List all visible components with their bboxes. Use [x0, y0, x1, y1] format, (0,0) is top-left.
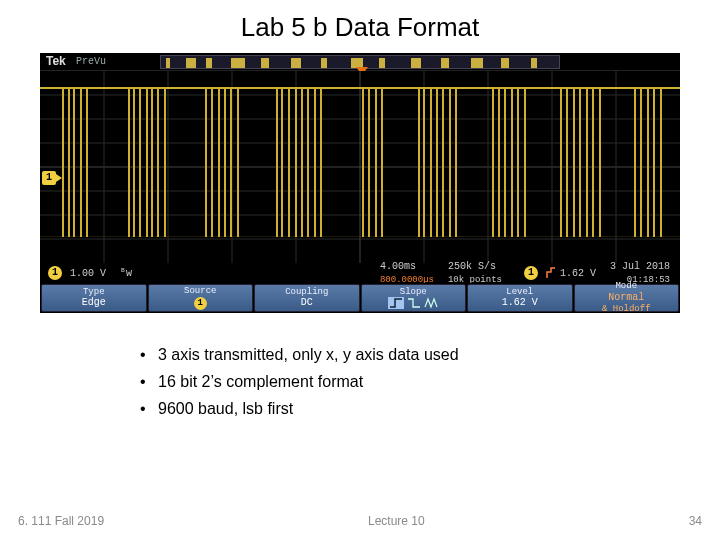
svg-rect-38 [295, 87, 297, 237]
list-item: •9600 baud, lsb first [140, 395, 720, 422]
readout-samplerate: 250k S/s [448, 262, 496, 272]
scope-brand: Tek [46, 54, 66, 68]
menu-value: 1.62 V [502, 297, 538, 309]
either-edge-icon [424, 297, 438, 309]
svg-rect-55 [498, 87, 500, 237]
svg-rect-24 [139, 87, 141, 237]
svg-rect-19 [73, 87, 75, 237]
svg-rect-26 [151, 87, 153, 237]
scope-mode: PreVu [76, 56, 106, 67]
svg-rect-34 [237, 87, 239, 237]
page-title: Lab 5 b Data Format [0, 0, 720, 53]
svg-rect-25 [146, 87, 148, 237]
falling-edge-icon [407, 297, 421, 309]
scope-waveform-area: 1 [40, 71, 680, 263]
channel-badge: 1 [48, 266, 62, 280]
oscilloscope-screenshot: Tek PreVu [40, 53, 680, 313]
menu-label: Level [506, 287, 533, 298]
menu-label: Slope [400, 287, 427, 298]
menu-label: Coupling [285, 287, 328, 298]
svg-rect-31 [218, 87, 220, 237]
bullet-list: •3 axis transmitted, only x, y axis data… [140, 341, 720, 423]
scope-menu-row: Type Edge Source 1 Coupling DC Slope Lev… [40, 283, 680, 313]
bullet-text: 16 bit 2’s complement format [158, 368, 363, 395]
svg-rect-37 [288, 87, 290, 237]
scope-readout-row: 1 1.00 V ᴮw 4.00ms 800.0000µs 250k S/s 1… [40, 263, 680, 283]
svg-rect-63 [579, 87, 581, 237]
svg-rect-65 [592, 87, 594, 237]
svg-rect-61 [566, 87, 568, 237]
svg-rect-45 [375, 87, 377, 237]
svg-rect-70 [653, 87, 655, 237]
svg-rect-57 [511, 87, 513, 237]
svg-rect-51 [442, 87, 444, 237]
rising-edge-icon [388, 297, 404, 309]
ground-arrow-icon [56, 174, 62, 182]
footer-center: Lecture 10 [368, 514, 425, 528]
menu-coupling[interactable]: Coupling DC [254, 284, 360, 312]
svg-rect-33 [230, 87, 232, 237]
menu-label: Type [83, 287, 105, 298]
list-item: •16 bit 2’s complement format [140, 368, 720, 395]
slope-icons [388, 297, 438, 309]
footer-right: 34 [689, 514, 702, 528]
svg-rect-62 [573, 87, 575, 237]
svg-rect-71 [660, 87, 662, 237]
svg-rect-16 [40, 87, 680, 89]
scope-grid [40, 71, 680, 263]
svg-rect-72 [40, 236, 680, 237]
svg-rect-22 [128, 87, 130, 237]
svg-rect-35 [276, 87, 278, 237]
svg-rect-41 [314, 87, 316, 237]
svg-rect-47 [418, 87, 420, 237]
slide-footer: 6. 111 Fall 2019 Lecture 10 34 [0, 514, 720, 528]
rising-edge-icon [546, 267, 556, 279]
readout-triglevel: 1.62 V [560, 268, 596, 279]
readout-bw: ᴮw [120, 267, 132, 279]
menu-source-badge: 1 [194, 297, 207, 310]
menu-value-2: & Holdoff [602, 304, 651, 315]
svg-rect-40 [307, 87, 309, 237]
svg-rect-49 [430, 87, 432, 237]
svg-rect-28 [164, 87, 166, 237]
svg-rect-18 [68, 87, 70, 237]
svg-rect-54 [492, 87, 494, 237]
menu-label: Source [184, 286, 216, 297]
svg-rect-39 [301, 87, 303, 237]
svg-rect-60 [560, 87, 562, 237]
menu-mode[interactable]: Mode Normal & Holdoff [574, 284, 680, 312]
svg-rect-64 [586, 87, 588, 237]
menu-slope[interactable]: Slope [361, 284, 467, 312]
bullet-text: 3 axis transmitted, only x, y axis data … [158, 341, 459, 368]
svg-rect-23 [133, 87, 135, 237]
svg-rect-20 [80, 87, 82, 237]
readout-date: 3 Jul 2018 [610, 262, 670, 272]
svg-rect-48 [423, 87, 425, 237]
menu-value: Edge [82, 297, 106, 309]
svg-rect-52 [449, 87, 451, 237]
bullet-text: 9600 baud, lsb first [158, 395, 293, 422]
svg-rect-46 [381, 87, 383, 237]
svg-rect-53 [455, 87, 457, 237]
menu-level[interactable]: Level 1.62 V [467, 284, 573, 312]
svg-rect-29 [205, 87, 207, 237]
trigger-channel-badge: 1 [524, 266, 538, 280]
svg-rect-44 [368, 87, 370, 237]
svg-rect-43 [362, 87, 364, 237]
svg-rect-66 [599, 87, 601, 237]
footer-left: 6. 111 Fall 2019 [18, 514, 104, 528]
menu-value: Normal [608, 292, 644, 304]
svg-rect-50 [436, 87, 438, 237]
svg-rect-69 [647, 87, 649, 237]
menu-label: Mode [615, 281, 637, 292]
menu-source[interactable]: Source 1 [148, 284, 254, 312]
svg-rect-56 [504, 87, 506, 237]
svg-rect-67 [634, 87, 636, 237]
svg-rect-59 [524, 87, 526, 237]
menu-value: DC [301, 297, 313, 309]
svg-rect-42 [320, 87, 322, 237]
svg-rect-27 [157, 87, 159, 237]
menu-type[interactable]: Type Edge [41, 284, 147, 312]
svg-rect-68 [640, 87, 642, 237]
readout-tdiv: 4.00ms [380, 262, 416, 272]
